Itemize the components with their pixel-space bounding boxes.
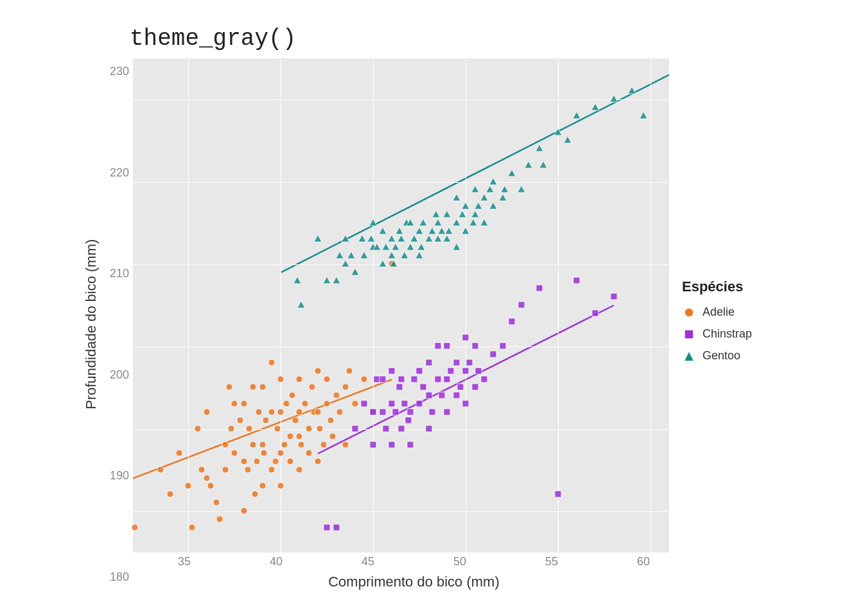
svg-marker-170 [432,210,440,218]
y-tick: 180 [110,570,133,584]
data-point [308,382,316,393]
svg-marker-197 [536,144,543,151]
svg-point-23 [245,466,251,473]
x-tick: 40 [257,555,295,569]
data-point [369,440,377,451]
svg-point-74 [352,400,358,407]
grid-line-vertical [373,58,374,552]
data-point [379,407,387,418]
data-point [573,275,580,287]
svg-rect-104 [426,392,432,398]
svg-marker-143 [351,268,359,275]
svg-rect-98 [407,409,414,415]
svg-rect-90 [388,368,395,374]
data-point [297,440,305,451]
svg-rect-120 [466,359,473,366]
data-point [388,440,396,451]
svg-point-27 [252,491,258,497]
legend-item: Adelie [682,305,752,320]
svg-point-71 [342,441,349,448]
svg-point-9 [204,409,210,415]
svg-point-17 [231,450,238,456]
data-point [295,465,303,476]
data-point [499,341,507,352]
legend-item: Gentoo [682,349,752,363]
data-point [453,357,460,369]
svg-point-47 [287,433,293,440]
svg-rect-130 [555,491,561,497]
data-point [293,275,302,287]
grid-line-horizontal [133,264,669,265]
chart-title: theme_gray() [130,26,785,52]
data-point [452,193,460,204]
svg-point-13 [222,441,229,448]
data-point [591,102,599,114]
svg-rect-95 [401,400,408,407]
data-point [360,398,368,410]
data-point [225,382,233,393]
svg-marker-151 [379,227,387,234]
legend-title: Espécies [682,278,743,295]
svg-marker-201 [573,112,580,119]
data-point [628,85,636,97]
svg-rect-129 [536,285,543,291]
data-point [425,390,433,402]
svg-point-50 [296,466,302,473]
data-point [336,407,344,418]
svg-marker-204 [628,87,636,94]
svg-point-68 [329,433,336,440]
svg-marker-142 [347,252,355,259]
svg-point-64 [320,441,327,448]
svg-rect-78 [324,524,330,531]
legend-symbol [682,305,696,320]
data-point [378,259,387,270]
svg-point-3 [176,450,182,456]
y-tick: 210 [110,267,133,280]
svg-marker-167 [419,219,427,226]
data-point [536,283,543,295]
data-point [277,481,284,492]
svg-point-4 [185,483,191,489]
svg-point-24 [246,425,252,432]
svg-point-62 [315,368,321,374]
svg-point-16 [228,425,234,432]
data-point [347,250,355,262]
svg-point-1 [157,466,164,473]
legend-label: Adelie [702,305,735,319]
data-point [345,366,353,377]
svg-point-14 [222,466,229,473]
data-point [240,506,248,517]
data-point [333,390,340,402]
svg-rect-86 [379,376,386,382]
data-point [222,465,229,476]
svg-rect-133 [611,293,617,300]
data-point [288,390,296,402]
grid-line-horizontal [133,511,669,512]
data-point [452,242,460,253]
data-point [554,489,562,501]
svg-point-57 [306,450,312,456]
data-point [610,291,618,303]
svg-rect-103 [426,425,432,432]
svg-rect-207 [684,330,693,339]
svg-rect-109 [439,392,445,398]
data-point [480,374,488,386]
svg-marker-198 [539,161,547,168]
y-tick: 230 [110,65,133,78]
svg-marker-193 [501,185,509,193]
data-point [489,349,497,361]
svg-point-40 [277,483,284,489]
svg-marker-196 [525,161,532,168]
data-point [462,201,470,212]
svg-marker-134 [293,277,301,284]
svg-rect-123 [475,368,482,374]
svg-point-29 [256,409,262,415]
data-point [231,398,238,410]
data-point [240,398,248,410]
data-point [517,184,525,196]
data-point [320,440,327,451]
data-point [518,300,525,311]
svg-point-10 [207,483,214,489]
data-point [379,374,387,386]
svg-point-43 [277,376,284,382]
